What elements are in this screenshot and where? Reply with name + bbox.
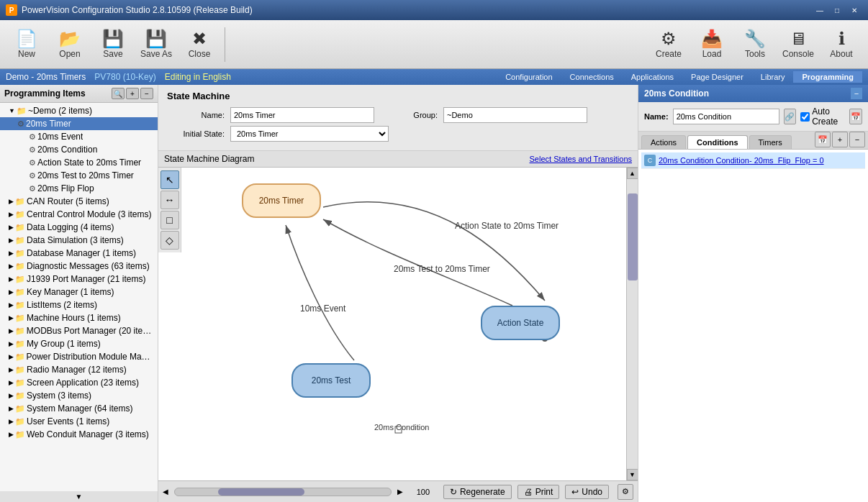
tree-item-25[interactable]: ▶📁Web Conduit Manager (3 items) <box>0 428 158 441</box>
name-input[interactable] <box>230 107 374 123</box>
tree-item-7[interactable]: ▶📁CAN Router (5 items) <box>0 195 158 208</box>
right-name-row: Name: 🔗 Auto Create 📅 <box>638 102 868 132</box>
nav-page-designer[interactable]: Page Designer <box>682 71 752 83</box>
tree-item-13[interactable]: ▶📁J1939 Port Manager (21 items) <box>0 273 158 286</box>
state-node-action-state[interactable]: Action State <box>481 306 560 340</box>
maximize-button[interactable]: □ <box>829 4 845 16</box>
tab-add-button[interactable]: + <box>832 132 848 147</box>
tree-item-11[interactable]: ▶📁Database Manager (1 items) <box>0 247 158 260</box>
tree-item-17[interactable]: ▶📁MODBus Port Manager (20 items) <box>0 324 158 337</box>
nav-connections[interactable]: Connections <box>561 71 623 83</box>
tools-button[interactable]: 🔧 Tools <box>734 24 776 65</box>
right-panel-close[interactable]: − <box>851 88 862 99</box>
tree-item-18[interactable]: ▶📁My Group (1 items) <box>0 337 158 350</box>
add-item-button[interactable]: + <box>126 88 139 99</box>
condition-label-0[interactable]: 20ms Condition Condition- 20ms_Flip_Flop… <box>659 156 824 165</box>
diagram-vscroll[interactable]: ▲ ▼ <box>626 168 638 480</box>
app-title: PowerVision Configuration Studio 2.8.105… <box>22 5 812 15</box>
tab-conditions[interactable]: Conditions <box>687 135 747 149</box>
right-name-input[interactable] <box>673 109 779 124</box>
state-node-20ms-timer[interactable]: 20ms Timer <box>242 183 321 218</box>
hscroll-left-btn[interactable]: ◀ <box>163 488 168 496</box>
save-as-icon: 💾 <box>145 30 167 47</box>
tree-item-21[interactable]: ▶📁Screen Application (23 items) <box>0 376 158 389</box>
tree-item-label: 20ms Condition <box>37 145 97 155</box>
tree-item-16[interactable]: ▶📁Machine Hours (1 items) <box>0 311 158 324</box>
settings-button[interactable]: ⚙ <box>618 484 633 500</box>
nav-programming[interactable]: Programming <box>793 71 862 83</box>
auto-create-checkbox-label[interactable]: Auto Create <box>800 106 845 127</box>
select-states-link[interactable]: Select States and Transitions <box>530 155 632 163</box>
search-button[interactable]: 🔍 <box>112 88 125 99</box>
undo-button[interactable]: ↩ Undo <box>565 485 609 499</box>
tree-item-24[interactable]: ▶📁User Events (1 items) <box>0 415 158 428</box>
expand-arrow: ▶ <box>9 327 14 334</box>
console-button[interactable]: 🖥 Console <box>777 24 819 65</box>
tree-item-23[interactable]: ▶📁System Manager (64 items) <box>0 402 158 415</box>
nav-applications[interactable]: Applications <box>623 71 682 83</box>
diagram-canvas: ↖ ↔ □ ◇ Action Stat <box>158 168 626 480</box>
tree-item-0[interactable]: ▼📁~Demo (2 items) <box>0 104 158 117</box>
hscroll-right-btn[interactable]: ▶ <box>397 488 403 496</box>
status-bar: Demo - 20ms Timers PV780 (10-Key) Editin… <box>0 69 868 85</box>
vscroll-up[interactable]: ▲ <box>627 168 638 179</box>
diamond-tool[interactable]: ◇ <box>161 231 179 250</box>
vscroll-down[interactable]: ▼ <box>627 469 638 480</box>
nav-library[interactable]: Library <box>752 71 794 83</box>
tree-item-4[interactable]: ⚙Action State to 20ms Timer <box>0 156 158 169</box>
save-as-button[interactable]: 💾 Save As <box>135 24 177 65</box>
open-button[interactable]: 📂 Open <box>49 24 91 65</box>
remove-item-button[interactable]: − <box>140 88 153 99</box>
name-row: Name: Group: <box>167 107 629 123</box>
close-button[interactable]: ✖ Close <box>178 24 220 65</box>
tree-item-10[interactable]: ▶📁Data Simulation (3 items) <box>0 234 158 247</box>
tree-item-2[interactable]: ⚙10ms Event <box>0 130 158 143</box>
auto-create-checkbox[interactable] <box>800 112 810 122</box>
tree-item-1[interactable]: ⚙20ms Timer <box>0 117 158 130</box>
state-node-20ms-test[interactable]: 20ms Test <box>291 363 371 398</box>
tree-item-8[interactable]: ▶📁Central Control Module (3 items) <box>0 208 158 221</box>
new-button[interactable]: 📄 New <box>6 24 48 65</box>
vscroll-thumb[interactable] <box>628 193 638 280</box>
vscroll-track[interactable] <box>627 179 638 469</box>
tab-remove-button[interactable]: − <box>849 132 865 147</box>
right-link-button[interactable]: 🔗 <box>784 109 797 124</box>
tree-item-22[interactable]: ▶📁System (3 items) <box>0 389 158 402</box>
tree-item-19[interactable]: ▶📁Power Distribution Module Manag... <box>0 350 158 363</box>
tab-actions[interactable]: Actions <box>641 135 686 149</box>
print-button[interactable]: 🖨 Print <box>517 485 560 499</box>
tab-timers[interactable]: Timers <box>749 135 792 149</box>
tree-item-3[interactable]: ⚙20ms Condition <box>0 143 158 156</box>
folder-icon: 📁 <box>15 327 25 336</box>
horizontal-scrollbar[interactable] <box>174 488 392 496</box>
cursor-tool[interactable]: ↖ <box>161 170 179 189</box>
tree-item-15[interactable]: ▶📁ListItems (2 items) <box>0 298 158 311</box>
console-label: Console <box>782 49 814 59</box>
minimize-button[interactable]: — <box>812 4 828 16</box>
tree-item-6[interactable]: ⚙20ms Flip Flop <box>0 182 158 195</box>
tree-item-14[interactable]: ▶📁Key Manager (1 items) <box>0 286 158 298</box>
close-window-button[interactable]: ✕ <box>846 4 862 16</box>
group-input[interactable] <box>443 107 587 123</box>
condition-row-0[interactable]: C 20ms Condition Condition- 20ms_Flip_Fl… <box>641 152 865 169</box>
tree-item-12[interactable]: ▶📁Diagnostic Messages (63 items) <box>0 260 158 273</box>
tree-item-20[interactable]: ▶📁Radio Manager (12 items) <box>0 363 158 376</box>
nav-configuration[interactable]: Configuration <box>497 71 561 83</box>
rect-tool[interactable]: □ <box>161 211 179 229</box>
initial-state-select[interactable]: 20ms Timer <box>230 126 389 142</box>
calendar-button[interactable]: 📅 <box>849 109 862 124</box>
tree-scroll-down[interactable]: ▼ <box>0 491 158 502</box>
tree-item-5[interactable]: ⚙20ms Test to 20ms Timer <box>0 169 158 182</box>
load-button[interactable]: 📥 Load <box>691 24 733 65</box>
regenerate-button[interactable]: ↻ Regenerate <box>443 485 512 499</box>
tab-calendar-button[interactable]: 📅 <box>815 132 831 147</box>
about-button[interactable]: ℹ About <box>820 24 862 65</box>
window-controls: — □ ✕ <box>812 4 862 16</box>
create-button[interactable]: ⚙ Create <box>648 24 690 65</box>
connect-tool[interactable]: ↔ <box>161 191 179 209</box>
load-icon: 📥 <box>701 30 723 47</box>
left-panel: Programming Items 🔍 + − ▼📁~Demo (2 items… <box>0 85 158 502</box>
zoom-level: 100 <box>409 488 438 496</box>
tree-item-9[interactable]: ▶📁Data Logging (4 items) <box>0 221 158 234</box>
save-button[interactable]: 💾 Save <box>92 24 134 65</box>
